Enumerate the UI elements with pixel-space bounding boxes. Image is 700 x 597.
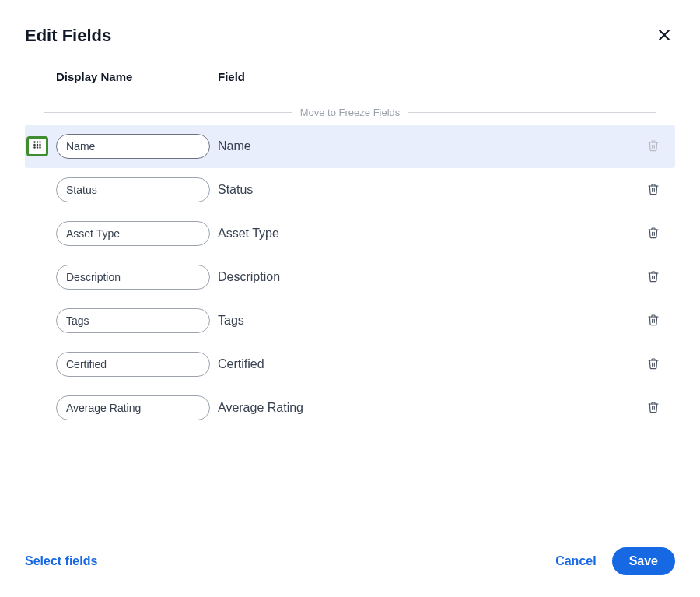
field-row: Average Rating: [25, 386, 675, 430]
field-label: Description: [218, 270, 642, 284]
field-row: Tags: [25, 299, 675, 342]
delete-row-button[interactable]: [642, 310, 664, 332]
drag-handle[interactable]: [26, 136, 48, 156]
field-row: Name: [25, 125, 675, 168]
display-name-input[interactable]: [56, 221, 210, 246]
svg-point-10: [39, 146, 40, 148]
display-name-input[interactable]: [56, 395, 210, 420]
drag-slot: [25, 136, 56, 156]
field-label: Tags: [218, 314, 642, 328]
cancel-button[interactable]: Cancel: [552, 548, 599, 574]
close-icon: [656, 27, 672, 45]
modal-footer: Select fields Cancel Save: [0, 541, 700, 597]
field-label: Asset Type: [218, 227, 642, 241]
field-row: Certified: [25, 342, 675, 386]
svg-point-7: [39, 144, 40, 146]
freeze-divider-label: Move to Freeze Fields: [292, 107, 408, 118]
svg-point-4: [39, 141, 40, 142]
freeze-divider: Move to Freeze Fields: [44, 104, 656, 120]
modal-header: Edit Fields: [0, 0, 700, 56]
field-label: Name: [218, 139, 642, 153]
trash-icon: [647, 139, 660, 155]
select-fields-button[interactable]: Select fields: [25, 550, 97, 573]
svg-point-8: [33, 146, 35, 148]
column-headers: Display Name Field: [25, 56, 675, 93]
trash-icon: [647, 269, 660, 286]
trash-icon: [647, 226, 660, 242]
delete-row-button: [642, 135, 664, 157]
display-name-input[interactable]: [56, 265, 210, 290]
delete-row-button[interactable]: [642, 266, 664, 288]
footer-actions: Cancel Save: [552, 547, 675, 575]
delete-row-button[interactable]: [642, 397, 664, 419]
save-button[interactable]: Save: [612, 547, 675, 575]
svg-point-5: [33, 144, 35, 146]
delete-row-button[interactable]: [642, 223, 664, 244]
close-button[interactable]: [653, 25, 675, 47]
svg-point-2: [33, 141, 35, 142]
svg-point-6: [37, 144, 38, 146]
display-name-input[interactable]: [56, 177, 210, 202]
svg-point-9: [37, 146, 38, 148]
field-label: Average Rating: [218, 401, 642, 415]
modal-title: Edit Fields: [25, 26, 111, 46]
trash-icon: [647, 356, 660, 373]
field-row: Status: [25, 168, 675, 212]
field-row: Asset Type: [25, 212, 675, 255]
field-row: Description: [25, 255, 675, 299]
trash-icon: [647, 400, 660, 416]
drag-handle-icon: [32, 139, 43, 153]
field-rows: NameStatusAsset TypeDescriptionTagsCerti…: [25, 125, 675, 430]
display-name-input[interactable]: [56, 308, 210, 333]
display-name-input[interactable]: [56, 352, 210, 377]
delete-row-button[interactable]: [642, 353, 664, 375]
field-label: Status: [218, 183, 642, 197]
field-label: Certified: [218, 357, 642, 371]
modal-content: Display Name Field Move to Freeze Fields…: [0, 56, 700, 430]
delete-row-button[interactable]: [642, 179, 664, 201]
trash-icon: [647, 313, 660, 329]
column-header-display-name: Display Name: [56, 70, 218, 83]
column-header-field: Field: [218, 70, 669, 83]
edit-fields-modal: Edit Fields Display Name Field Move to F…: [0, 0, 700, 597]
display-name-input[interactable]: [56, 134, 210, 159]
trash-icon: [647, 182, 660, 198]
svg-point-3: [37, 141, 38, 142]
